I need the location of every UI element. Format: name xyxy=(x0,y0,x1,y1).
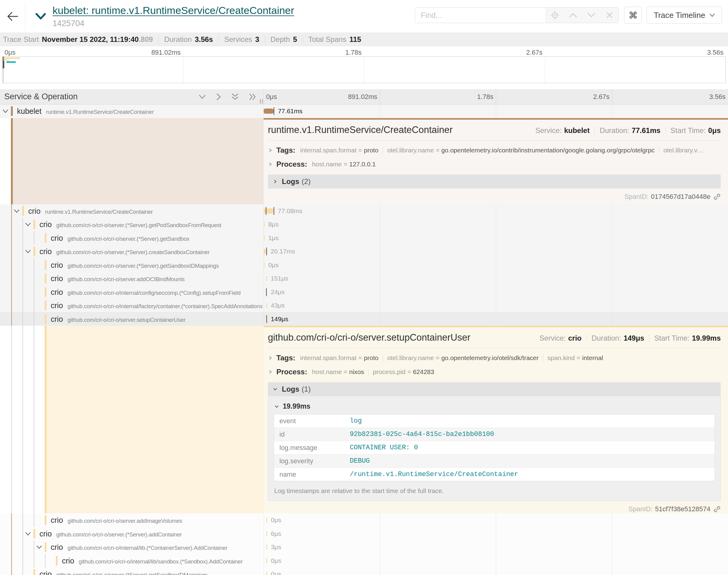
tree-guide xyxy=(34,231,34,245)
span-log-marker[interactable] xyxy=(274,207,274,215)
span-name-cell[interactable]: criogithub.com/cri-o/cri-o/internal/lib/… xyxy=(0,554,264,568)
logs-accordion-header[interactable]: Logs(2) xyxy=(268,175,721,189)
span-row[interactable]: criogithub.com/cri-o/cri-o/server.(*Serv… xyxy=(0,567,728,575)
span-expander-chevron-icon[interactable] xyxy=(14,209,20,213)
span-row[interactable]: criogithub.com/cri-o/cri-o/server.(*Serv… xyxy=(0,231,728,245)
span-timeline-cell[interactable]: 1μs xyxy=(264,231,728,245)
span-expander-chevron-icon[interactable] xyxy=(2,109,8,113)
collapse-one-icon[interactable] xyxy=(199,94,206,99)
span-duration-bar[interactable] xyxy=(264,109,274,114)
span-row[interactable]: criogithub.com/cri-o/cri-o/server.(*Serv… xyxy=(0,245,728,258)
process-row[interactable]: Process:host.name=127.0.0.1 xyxy=(268,160,721,168)
span-row[interactable]: criogithub.com/cri-o/cri-o/internal/lib/… xyxy=(0,554,728,568)
span-name-cell[interactable]: criogithub.com/cri-o/cri-o/server.setupC… xyxy=(0,313,264,326)
span-duration-bar[interactable] xyxy=(264,222,265,227)
span-row[interactable]: kubeletruntime.v1.RuntimeService/CreateC… xyxy=(0,104,728,118)
span-name-cell[interactable]: criogithub.com/cri-o/cri-o/server.addOCI… xyxy=(0,272,264,285)
next-result-icon[interactable] xyxy=(587,13,596,18)
log-entry-header[interactable]: 19.99ms xyxy=(274,400,715,414)
tag-key: otel.library.name xyxy=(387,147,434,154)
span-duration-bar[interactable] xyxy=(266,531,267,536)
column-resizer-handle[interactable] xyxy=(260,99,261,104)
collapse-all-icon[interactable] xyxy=(231,93,239,100)
span-timeline-cell[interactable]: 151μs xyxy=(264,272,728,285)
link-icon[interactable] xyxy=(714,505,721,513)
span-expander-chevron-icon[interactable] xyxy=(36,545,42,549)
clear-search-icon[interactable] xyxy=(605,12,614,19)
span-row[interactable]: criogithub.com/cri-o/cri-o/server.addIma… xyxy=(0,513,728,527)
span-timeline-cell[interactable]: 8μs xyxy=(264,218,728,231)
span-name-cell[interactable]: criogithub.com/cri-o/cri-o/internal/lib.… xyxy=(0,540,264,554)
span-timeline-cell[interactable]: 43μs xyxy=(264,299,728,312)
span-timeline-cell[interactable]: 20.17ms xyxy=(264,245,728,258)
keyboard-shortcuts-button[interactable]: ⌘ xyxy=(624,7,642,24)
span-duration-bar[interactable] xyxy=(266,276,267,281)
span-row[interactable]: criogithub.com/cri-o/cri-o/internal/conf… xyxy=(0,285,728,299)
collapse-header-icon[interactable] xyxy=(36,13,46,21)
span-duration-bar[interactable] xyxy=(264,235,265,240)
expand-all-icon[interactable] xyxy=(249,93,256,100)
trace-minimap[interactable] xyxy=(2,57,726,83)
tags-row[interactable]: Tags:internal.span.format=protootel.libr… xyxy=(268,354,721,362)
span-timeline-cell[interactable]: 77.08ms xyxy=(264,204,728,218)
span-row[interactable]: criogithub.com/cri-o/cri-o/server.setupC… xyxy=(0,312,728,326)
span-row[interactable]: criogithub.com/cri-o/cri-o/internal/lib.… xyxy=(0,540,728,554)
span-duration-bar[interactable] xyxy=(264,262,265,267)
span-duration-bar[interactable] xyxy=(266,545,267,550)
span-row-texts: criogithub.com/cri-o/cri-o/server.addIma… xyxy=(51,516,182,525)
span-log-marker[interactable] xyxy=(266,207,266,215)
timeline-header-ticks[interactable]: 0μs891.02ms1.78s2.67s3.56s xyxy=(264,89,728,104)
locate-icon[interactable] xyxy=(550,11,559,20)
span-timeline-cell[interactable]: 24μs xyxy=(264,285,728,299)
span-row[interactable]: criogithub.com/cri-o/cri-o/server.(*Serv… xyxy=(0,258,728,272)
span-name-cell[interactable]: criogithub.com/cri-o/cri-o/server.(*Serv… xyxy=(0,567,264,575)
span-expander-chevron-icon[interactable] xyxy=(25,223,31,227)
span-name-cell[interactable]: criogithub.com/cri-o/cri-o/server.(*Serv… xyxy=(0,218,264,231)
tags-row[interactable]: Tags:internal.span.format=protootel.libr… xyxy=(268,146,721,155)
span-name-cell[interactable]: criogithub.com/cri-o/cri-o/server.(*Serv… xyxy=(0,527,264,541)
span-timeline-cell[interactable]: 0μs xyxy=(264,258,728,272)
span-log-marker[interactable] xyxy=(266,315,267,323)
back-button[interactable] xyxy=(0,0,25,32)
span-row[interactable]: criogithub.com/cri-o/cri-o/internal/fact… xyxy=(0,299,728,312)
span-name-cell[interactable]: crioruntime.v1.RuntimeService/CreateCont… xyxy=(0,204,264,218)
span-duration-bar[interactable] xyxy=(264,208,274,213)
span-duration-bar[interactable] xyxy=(266,558,267,563)
span-log-marker[interactable] xyxy=(266,288,267,296)
span-name-cell[interactable]: criogithub.com/cri-o/cri-o/server.(*Serv… xyxy=(0,258,264,272)
span-timeline-cell[interactable]: 0μs xyxy=(264,513,728,527)
span-log-marker[interactable] xyxy=(274,107,274,115)
span-expander-chevron-icon[interactable] xyxy=(25,249,31,253)
span-row[interactable]: criogithub.com/cri-o/cri-o/server.addOCI… xyxy=(0,272,728,285)
trace-title-link[interactable]: kubelet: runtime.v1.RuntimeService/Creat… xyxy=(53,5,294,16)
span-duration-bar[interactable] xyxy=(266,303,267,308)
span-duration-bar[interactable] xyxy=(266,518,267,523)
span-name-cell[interactable]: criogithub.com/cri-o/cri-o/internal/conf… xyxy=(0,285,264,299)
span-name-cell[interactable]: criogithub.com/cri-o/cri-o/server.addIma… xyxy=(0,513,264,527)
link-icon[interactable] xyxy=(714,193,721,200)
span-timeline-cell[interactable]: 3μs xyxy=(264,540,728,554)
logs-accordion-header[interactable]: Logs(1) xyxy=(268,382,721,396)
span-timeline-cell[interactable]: 77.61ms xyxy=(264,104,728,118)
column-resizer-handle[interactable] xyxy=(262,99,263,104)
process-row[interactable]: Process:host.name=nixosprocess.pid=62428… xyxy=(268,368,721,376)
span-timeline-cell[interactable]: 0μs xyxy=(264,554,728,568)
span-duration-bar[interactable] xyxy=(264,249,266,254)
span-name-cell[interactable]: criogithub.com/cri-o/cri-o/server.(*Serv… xyxy=(0,231,264,245)
span-timeline-cell[interactable]: 149μs xyxy=(264,313,728,326)
trace-view-selector[interactable]: Trace Timeline xyxy=(647,7,722,24)
span-row[interactable]: criogithub.com/cri-o/cri-o/server.(*Serv… xyxy=(0,527,728,541)
span-log-marker[interactable] xyxy=(266,247,267,255)
span-row[interactable]: criogithub.com/cri-o/cri-o/server.(*Serv… xyxy=(0,218,728,231)
span-expander-chevron-icon[interactable] xyxy=(25,532,31,536)
span-timeline-cell[interactable]: 0μs xyxy=(264,567,728,575)
span-name-cell[interactable]: criogithub.com/cri-o/cri-o/server.(*Serv… xyxy=(0,245,264,258)
span-row[interactable]: crioruntime.v1.RuntimeService/CreateCont… xyxy=(0,204,728,218)
span-name-cell[interactable]: criogithub.com/cri-o/cri-o/internal/fact… xyxy=(0,299,264,312)
span-name-cell[interactable]: kubeletruntime.v1.RuntimeService/CreateC… xyxy=(0,104,264,118)
span-duration-bar[interactable] xyxy=(266,572,267,575)
span-timeline-cell[interactable]: 6μs xyxy=(264,527,728,541)
prev-result-icon[interactable] xyxy=(568,13,578,18)
find-input[interactable] xyxy=(415,8,546,23)
expand-one-icon[interactable] xyxy=(216,93,221,100)
